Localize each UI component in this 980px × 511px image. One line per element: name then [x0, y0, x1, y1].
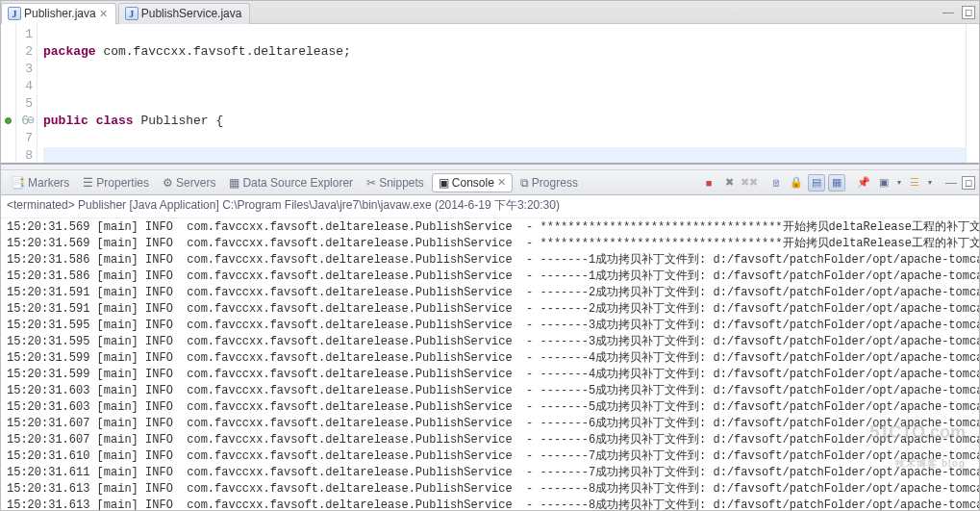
editor-pane: Publisher.java✕PublishService.java — ◻ 1… [1, 1, 979, 165]
terminated-status: <terminated> Publisher [Java Application… [1, 195, 979, 218]
minimize-editor-icon[interactable]: — [941, 5, 956, 20]
view-tab-servers[interactable]: ⚙Servers [157, 173, 221, 192]
view-tab-progress[interactable]: ⧉Progress [515, 173, 584, 192]
open-console-button[interactable]: ☰ [906, 174, 923, 192]
display-selected-menu[interactable]: ▾ [895, 178, 903, 187]
log-line: 15:20:31.603 [main] INFO com.favccxx.fav… [7, 383, 979, 399]
keyword-class: class [96, 114, 134, 128]
marker-gutter [1, 24, 16, 163]
log-line: 15:20:31.607 [main] INFO com.favccxx.fav… [7, 416, 979, 432]
view-tab-data-source-explorer[interactable]: ▦Data Source Explorer [223, 173, 359, 192]
log-line: 15:20:31.599 [main] INFO com.favccxx.fav… [7, 367, 979, 383]
view-tab-label: Data Source Explorer [242, 176, 353, 190]
minimize-view-icon[interactable]: — [943, 175, 959, 191]
log-line: 15:20:31.586 [main] INFO com.favccxx.fav… [7, 268, 979, 285]
view-tab-markers[interactable]: 📑Markers [5, 173, 75, 192]
scroll-lock-button[interactable]: 🔒 [788, 174, 805, 192]
snippets-icon: ✂ [366, 176, 376, 190]
view-tab-console[interactable]: ▣Console ✕ [432, 173, 513, 192]
terminate-button[interactable]: ■ [700, 174, 717, 192]
log-line: 15:20:31.613 [main] INFO com.favccxx.fav… [7, 498, 979, 510]
code-editor[interactable]: 123456⊖78 package com.favccxx.favsoft.de… [1, 24, 979, 163]
package-name: com.favccxx.favsoft.deltarelease; [96, 44, 351, 59]
progress-icon: ⧉ [520, 176, 529, 190]
log-line: 15:20:31.607 [main] INFO com.favccxx.fav… [7, 432, 979, 448]
maximize-view-button[interactable]: ◻ [962, 176, 975, 190]
data-source-explorer-icon: ▦ [229, 176, 239, 190]
console-output[interactable]: 15:20:31.569 [main] INFO com.favccxx.fav… [1, 218, 979, 510]
log-line: 15:20:31.599 [main] INFO com.favccxx.fav… [7, 350, 979, 367]
keyword-public: public [43, 114, 88, 128]
java-file-icon [125, 7, 138, 20]
log-line: 15:20:31.569 [main] INFO com.favccxx.fav… [7, 219, 979, 236]
display-selected-button[interactable]: ▣ [875, 174, 892, 192]
properties-icon: ☰ [83, 176, 93, 190]
log-line: 15:20:31.591 [main] INFO com.favccxx.fav… [7, 301, 979, 318]
log-line: 15:20:31.610 [main] INFO com.favccxx.fav… [7, 448, 979, 465]
view-tab-label: Markers [28, 176, 69, 190]
pin-console-button[interactable]: 📌 [855, 174, 872, 192]
close-view-icon[interactable]: ✕ [497, 176, 506, 189]
open-console-menu[interactable]: ▾ [926, 178, 934, 187]
keyword-package: package [43, 44, 96, 59]
class-name: Publisher { [134, 114, 224, 128]
log-line: 15:20:31.595 [main] INFO com.favccxx.fav… [7, 318, 979, 334]
java-file-icon [8, 7, 21, 20]
editor-tabbar: Publisher.java✕PublishService.java — ◻ [1, 1, 979, 24]
view-tab-snippets[interactable]: ✂Snippets [361, 173, 430, 192]
log-line: 15:20:31.569 [main] INFO com.favccxx.fav… [7, 236, 979, 252]
maximize-editor-button[interactable]: ◻ [962, 6, 975, 19]
run-marker-icon [5, 117, 12, 124]
show-stdout-button[interactable]: ▤ [808, 174, 825, 192]
show-stderr-button[interactable]: ▦ [828, 174, 845, 192]
log-line: 15:20:31.591 [main] INFO com.favccxx.fav… [7, 285, 979, 301]
remove-all-button[interactable]: ✖✖ [741, 174, 758, 192]
log-line: 15:20:31.603 [main] INFO com.favccxx.fav… [7, 399, 979, 416]
console-icon: ▣ [439, 176, 449, 190]
view-tab-properties[interactable]: ☰Properties [77, 173, 155, 192]
remove-launch-button[interactable]: ✖ [720, 174, 738, 192]
bottom-pane: 📑Markers☰Properties⚙Servers▦Data Source … [1, 170, 979, 510]
view-tab-label: Console [452, 176, 494, 190]
view-tab-label: Snippets [379, 176, 424, 190]
line-number-gutter: 123456⊖78 [16, 24, 38, 163]
console-toolbar: ■ ✖ ✖✖ 🗎 🔒 ▤ ▦ 📌 ▣▾ ☰▾ — ◻ [700, 174, 975, 192]
log-line: 15:20:31.611 [main] INFO com.favccxx.fav… [7, 465, 979, 481]
view-tab-label: Servers [176, 176, 215, 190]
editor-tab-label: Publisher.java [24, 7, 96, 20]
view-tab-label: Progress [532, 176, 578, 190]
code-lines[interactable]: package com.favccxx.favsoft.deltarelease… [38, 24, 966, 163]
log-line: 15:20:31.613 [main] INFO com.favccxx.fav… [7, 481, 979, 498]
editor-tab-publisher-java[interactable]: Publisher.java✕ [1, 3, 116, 24]
editor-tab-publishservice-java[interactable]: PublishService.java [118, 3, 251, 24]
view-tabbar: 📑Markers☰Properties⚙Servers▦Data Source … [1, 170, 979, 195]
log-line: 15:20:31.595 [main] INFO com.favccxx.fav… [7, 334, 979, 350]
clear-console-button[interactable]: 🗎 [767, 174, 785, 192]
overview-ruler[interactable] [966, 24, 979, 163]
view-tab-label: Properties [96, 176, 149, 190]
editor-tab-label: PublishService.java [141, 7, 242, 20]
log-line: 15:20:31.586 [main] INFO com.favccxx.fav… [7, 252, 979, 268]
close-tab-icon[interactable]: ✕ [99, 9, 108, 19]
markers-icon: 📑 [11, 176, 25, 190]
servers-icon: ⚙ [163, 176, 173, 190]
